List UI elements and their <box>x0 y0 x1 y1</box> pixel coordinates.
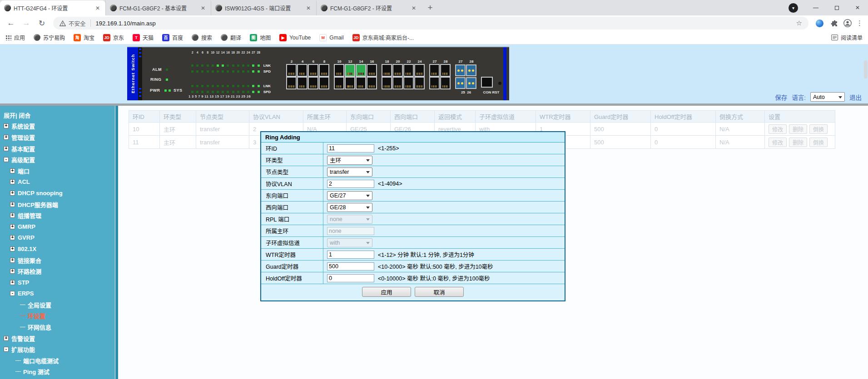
row-action-button[interactable]: 修改 <box>769 124 787 134</box>
sidebar-item[interactable]: +环路检测 <box>0 266 115 277</box>
tree-expand-icon[interactable]: + <box>10 258 15 263</box>
logout-link[interactable]: 退出 <box>849 93 862 102</box>
tab-close-icon[interactable]: ✕ <box>305 5 312 12</box>
tree-expand-icon[interactable]: + <box>10 246 15 251</box>
maximize-button[interactable] <box>826 0 847 15</box>
tree-expand-icon[interactable]: + <box>10 269 15 274</box>
tree-expand-icon[interactable]: + <box>10 280 15 285</box>
close-button[interactable]: ✕ <box>847 0 868 15</box>
address-bar[interactable]: 不安全 192.169.1.10/main.asp ☆ <box>53 17 808 30</box>
sidebar-item[interactable]: +GVRP <box>0 232 115 244</box>
tree-expand-icon[interactable]: + <box>10 213 15 218</box>
dialog-input[interactable] <box>327 251 374 259</box>
reload-button[interactable]: ↻ <box>36 17 48 29</box>
sidebar-item[interactable]: +端口 <box>0 165 115 177</box>
tree-expand-icon[interactable]: + <box>10 168 15 173</box>
row-action-button[interactable]: 修改 <box>769 138 787 147</box>
bookmark-item[interactable]: 应用 <box>5 34 25 41</box>
back-button[interactable]: ← <box>5 17 17 29</box>
sidebar-item[interactable]: +ACL <box>0 177 115 188</box>
tree-expand-icon[interactable]: + <box>4 146 9 151</box>
sidebar-item[interactable]: 环网信息 <box>0 321 115 333</box>
tree-collapse-icon[interactable]: - <box>4 347 9 352</box>
tree-collapse-icon[interactable]: - <box>4 157 9 162</box>
forward-button[interactable]: → <box>20 17 32 29</box>
sidebar-item[interactable]: 环设置 <box>0 310 115 322</box>
bookmark-item[interactable]: 搜索 <box>192 34 212 41</box>
avatar[interactable] <box>842 18 853 29</box>
sidebar-item[interactable]: +链接聚合 <box>0 255 115 266</box>
page-scrollbar-thumb[interactable] <box>864 60 868 79</box>
browser-tab[interactable]: FCM-G1-G8GF2 - 基本设置✕ <box>105 0 211 15</box>
tree-expand-icon[interactable]: + <box>10 235 15 240</box>
sidebar-item[interactable]: -高级配置 <box>0 154 115 165</box>
language-select[interactable]: Auto <box>810 92 845 102</box>
bookmark-item[interactable]: MGmail <box>319 34 343 41</box>
sidebar-item[interactable]: +系统设置 <box>0 121 115 132</box>
dialog-select[interactable]: 主环 <box>327 156 372 165</box>
tree-collapse-icon[interactable]: - <box>10 291 15 296</box>
dialog-input[interactable] <box>327 180 374 188</box>
dialog-select[interactable]: GE/28 <box>327 203 372 212</box>
tab-close-icon[interactable]: ✕ <box>94 5 101 12</box>
tree-expand-icon[interactable]: + <box>4 336 9 341</box>
bookmark-item[interactable]: 淘淘宝 <box>74 34 94 41</box>
sidebar-item[interactable]: +组播管理 <box>0 210 115 221</box>
row-action-button[interactable]: 删除 <box>789 124 807 134</box>
bookmark-star-icon[interactable]: ☆ <box>796 19 802 27</box>
tab-close-icon[interactable]: ✕ <box>410 5 417 12</box>
bookmark-item[interactable]: 翻译 <box>221 34 241 41</box>
new-tab-button[interactable]: + <box>424 2 436 14</box>
browser-menu-icon[interactable]: ⋮ <box>856 19 863 27</box>
table-cell: 0 <box>651 123 716 136</box>
bookmark-item[interactable]: T天猫 <box>133 34 154 41</box>
sidebar-item[interactable]: +DHCP snooping <box>0 187 115 199</box>
cancel-button[interactable]: 取消 <box>415 287 464 297</box>
tree-expand-icon[interactable]: + <box>10 202 15 207</box>
browser-tab[interactable]: ISW9012G-4GS - 端口设置✕ <box>211 0 316 15</box>
extension-icon[interactable] <box>816 20 823 27</box>
dialog-select[interactable]: GE/27 <box>327 191 372 200</box>
extensions-puzzle-icon[interactable] <box>828 18 839 29</box>
browser-tab[interactable]: HTT-G24FG4 - 环设置✕ <box>0 0 105 15</box>
bookmark-item[interactable]: 百百度 <box>162 34 183 41</box>
dialog-select[interactable]: transfer <box>327 167 372 177</box>
sidebar-item[interactable]: +基本配置 <box>0 143 115 154</box>
sidebar-item[interactable]: +802.1X <box>0 243 115 255</box>
tree-expand-icon[interactable]: + <box>10 224 15 229</box>
dialog-input[interactable] <box>327 144 374 153</box>
sidebar-item[interactable]: 展开| 闭合 <box>0 109 115 121</box>
sidebar-item[interactable]: +DHCP服务器端 <box>0 199 115 210</box>
row-action-button[interactable]: 倒换 <box>809 124 828 134</box>
select-value: with <box>330 240 340 246</box>
dialog-input[interactable] <box>327 262 374 271</box>
sidebar-item[interactable]: -ERPS <box>0 288 115 300</box>
browser-tab[interactable]: FCM-G1-G8GF2 - 环设置✕ <box>316 0 422 15</box>
row-action-button[interactable]: 删除 <box>789 138 807 147</box>
bookmark-item[interactable]: ▶YouTube <box>279 34 311 41</box>
tab-close-icon[interactable]: ✕ <box>199 5 207 12</box>
bookmark-item[interactable]: JD京东商城:商家后台-... <box>352 34 414 41</box>
sidebar-item[interactable]: +告警设置 <box>0 333 115 344</box>
tree-expand-icon[interactable]: + <box>10 191 15 196</box>
tree-expand-icon[interactable]: + <box>10 179 15 184</box>
reading-list-button[interactable]: 阅读清单 <box>831 34 863 41</box>
tree-expand-icon[interactable]: + <box>4 123 9 128</box>
minimize-button[interactable]: — <box>805 0 826 15</box>
browser-circle-icon[interactable]: ▾ <box>789 3 798 13</box>
bookmark-item[interactable]: 图地图 <box>250 34 271 41</box>
sidebar-item[interactable]: +STP <box>0 277 115 288</box>
bookmark-item[interactable]: JD京东 <box>103 34 124 41</box>
bookmark-item[interactable]: 苏宁易购 <box>34 34 65 41</box>
apply-button[interactable]: 应用 <box>362 287 411 297</box>
dialog-input[interactable] <box>327 274 374 282</box>
sidebar-item[interactable]: +GMRP <box>0 221 115 232</box>
sidebar-item[interactable]: Ping 测试 <box>0 366 115 378</box>
sidebar-item[interactable]: 全局设置 <box>0 299 115 310</box>
save-link[interactable]: 保存 <box>775 93 787 102</box>
sidebar-item[interactable]: +管理设置 <box>0 132 115 143</box>
sidebar-item[interactable]: -扩展功能 <box>0 344 115 355</box>
tree-expand-icon[interactable]: + <box>4 135 9 140</box>
sidebar-item[interactable]: 端口电缆测试 <box>0 355 115 366</box>
row-action-button[interactable]: 倒换 <box>809 138 828 147</box>
